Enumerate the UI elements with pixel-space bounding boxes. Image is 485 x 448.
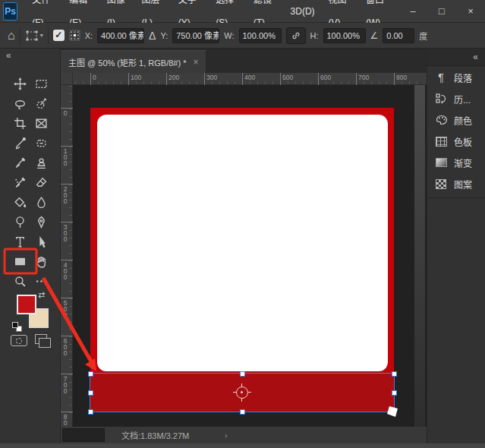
separator (20, 27, 20, 44)
ruler-tick: 500 (61, 298, 73, 317)
ruler-tick: 0 (90, 73, 96, 85)
ruler-tick: 300 (204, 73, 217, 85)
width-scale-input[interactable]: 100.00% (239, 28, 282, 43)
blur-tool[interactable] (30, 192, 52, 212)
collapse-tools-icon[interactable]: « (6, 50, 11, 61)
collapse-panels-icon[interactable]: « (473, 52, 478, 62)
eyedropper-tool[interactable] (9, 133, 30, 153)
screen-mode-rect (39, 338, 51, 348)
rotation-angle-input[interactable]: 0.00 (383, 28, 414, 43)
pattern-icon (434, 178, 448, 190)
color-palette-icon (434, 114, 448, 126)
white-rounded-rectangle-layer (97, 115, 388, 371)
screen-mode-button[interactable] (35, 334, 47, 344)
ruler-tick: 600 (318, 73, 331, 85)
maintain-aspect-ratio-button[interactable] (286, 27, 306, 44)
y-position-input[interactable]: 750.00 像素 (172, 28, 219, 43)
lasso-tool[interactable] (9, 93, 30, 113)
path-selection-tool[interactable] (30, 232, 52, 251)
ruler-tick: 300 (61, 222, 73, 241)
panel-tab-color[interactable]: 颜色 (427, 111, 485, 129)
eraser-tool[interactable] (30, 172, 52, 192)
paint-bucket-tool[interactable] (9, 192, 30, 212)
dodge-tool[interactable] (9, 212, 30, 232)
ruler-tick: 100 (61, 146, 73, 166)
ruler-tick: 200 (166, 73, 179, 85)
rectangle-tool[interactable] (9, 251, 30, 271)
maximize-button[interactable]: □ (427, 0, 456, 23)
healing-brush-tool[interactable] (30, 133, 52, 153)
foreground-color-swatch[interactable] (17, 295, 36, 314)
panel-tab-patterns[interactable]: 图案 (427, 175, 485, 193)
move-tool[interactable] (9, 74, 30, 93)
frame-tool[interactable] (30, 113, 52, 133)
panel-tab-paragraph[interactable]: ¶ 段落 (427, 68, 485, 87)
panel-tab-history[interactable]: 历... (427, 90, 485, 108)
ruler-tick: 700 (356, 73, 369, 85)
menu-item-3d[interactable]: 3D(D) (284, 0, 322, 23)
x-label: X: (85, 31, 93, 40)
canvas-area: 0 100 200 300 400 500 600 700 800 0 100 … (61, 73, 427, 427)
status-bar: 文档:1.83M/3.27M › (61, 427, 427, 443)
transform-reference-point[interactable] (236, 386, 248, 399)
crop-tool[interactable] (9, 113, 30, 133)
transform-handle-bottom-left[interactable] (88, 409, 93, 415)
gradient-icon (434, 156, 448, 169)
default-colors-icon[interactable] (12, 322, 18, 328)
document-tab-strip: 主图 @ 50% (矩形 1, RGB/8#) * × (61, 49, 427, 73)
brush-tool[interactable] (9, 153, 30, 172)
y-label: Y: (160, 31, 168, 40)
canvas-scrollbar[interactable] (414, 85, 425, 427)
panel-tab-swatches[interactable]: 色板 (427, 132, 485, 150)
reference-point-locator-icon[interactable] (69, 30, 80, 41)
ruler-origin-corner[interactable] (61, 73, 73, 85)
height-scale-input[interactable]: 100.00% (323, 28, 366, 43)
transform-handle-middle-left[interactable] (88, 390, 93, 396)
transform-handle-top-left[interactable] (88, 371, 93, 377)
photoshop-logo: Ps (3, 2, 17, 21)
x-position-input[interactable]: 400.00 像素 (97, 28, 144, 43)
quick-mask-mode-button[interactable] (11, 335, 27, 346)
link-icon (291, 30, 301, 41)
swatches-grid-icon (434, 135, 448, 147)
quick-selection-tool[interactable] (30, 93, 52, 113)
ruler-tick: 200 (61, 184, 73, 203)
more-tools[interactable] (30, 271, 52, 291)
clone-stamp-tool[interactable] (30, 153, 52, 172)
options-bar: ⌂ ▾ ✓ X: 400.00 像素 Δ Y: 750.00 像素 W: 100… (0, 23, 485, 49)
panel-divider (427, 197, 485, 198)
toggle-reference-point-checkbox[interactable]: ✓ (53, 30, 65, 41)
ruler-tick: 400 (242, 73, 255, 85)
ruler-tick: 600 (61, 336, 73, 355)
tools-panel: « ⇄ (0, 49, 61, 443)
panel-tab-gradients[interactable]: 渐变 (427, 153, 485, 172)
minimize-button[interactable]: – (398, 0, 427, 23)
horizontal-ruler: 0 100 200 300 400 500 600 700 800 (73, 73, 427, 85)
transform-icon (25, 30, 39, 42)
w-label: W: (224, 31, 234, 40)
close-button[interactable]: × (456, 0, 485, 23)
ruler-tick: 800 (61, 412, 73, 427)
home-icon[interactable]: ⌂ (8, 28, 15, 43)
transform-handle-top-center[interactable] (240, 371, 245, 377)
transform-handle-bottom-center[interactable] (240, 409, 245, 415)
panel-dock: « ¶ 段落 历... 颜色 色板 渐变 图案 (427, 49, 485, 443)
type-tool[interactable] (9, 232, 30, 251)
transform-handle-top-right[interactable] (392, 371, 397, 377)
ruler-tick: 0 (61, 108, 73, 115)
transform-tool-preset[interactable]: ▾ (25, 30, 43, 42)
angle-unit-label: 度 (419, 30, 427, 42)
transform-handle-middle-right[interactable] (392, 390, 397, 396)
relative-position-delta-icon[interactable]: Δ (149, 28, 156, 43)
zoom-tool[interactable] (9, 271, 30, 291)
ruler-tick: 100 (128, 73, 141, 85)
rectangular-marquee-tool[interactable] (30, 74, 52, 93)
status-chevron-icon[interactable]: › (225, 431, 228, 440)
zoom-level-input[interactable] (62, 428, 105, 442)
pen-tool[interactable] (30, 212, 52, 232)
swap-colors-icon[interactable]: ⇄ (38, 290, 45, 300)
tab-close-icon[interactable]: × (193, 57, 198, 68)
history-brush-tool[interactable] (9, 172, 30, 192)
document-tab[interactable]: 主图 @ 50% (矩形 1, RGB/8#) * × (61, 50, 206, 73)
hand-tool[interactable] (30, 251, 52, 271)
